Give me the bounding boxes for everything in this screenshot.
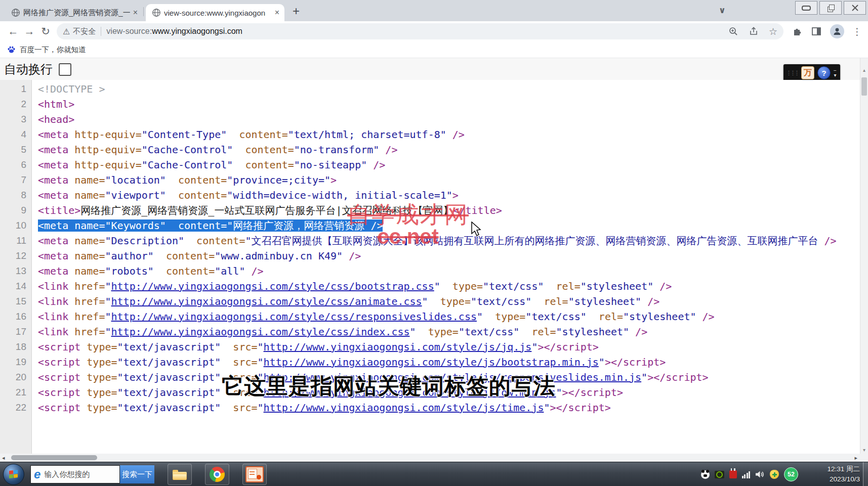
source-link[interactable]: http://www.yingxiaogongsi.com/style/js/b… xyxy=(264,356,599,368)
reload-button[interactable]: ↻ xyxy=(37,25,54,37)
antivirus-shield-icon[interactable] xyxy=(770,470,779,479)
start-button[interactable] xyxy=(3,464,24,485)
source-token: " xyxy=(422,295,428,307)
horizontal-scrollbar[interactable]: ◂ ▸ xyxy=(0,454,860,462)
source-link[interactable]: http://www.yingxiaogongsi.com/style/css/… xyxy=(111,295,422,307)
source-token: http-equiv= xyxy=(74,128,141,141)
source-token: <script xyxy=(38,356,87,368)
line-code: <meta name="robots" content="all" /> xyxy=(32,263,860,279)
search-button[interactable]: 搜索一下 xyxy=(120,465,154,483)
zoom-icon[interactable] xyxy=(728,26,738,36)
help-icon[interactable]: ? xyxy=(817,66,831,79)
source-token: "stylesheet" xyxy=(623,311,696,323)
panda-tray-icon[interactable] xyxy=(701,470,710,479)
scroll-up-arrow-icon[interactable]: ▴ xyxy=(860,67,868,73)
back-button[interactable]: ← xyxy=(5,25,21,37)
source-token xyxy=(154,250,166,262)
source-token: rel= xyxy=(556,280,581,292)
minimize-button[interactable] xyxy=(795,1,817,15)
extensions-puzzle-icon[interactable] xyxy=(792,26,803,37)
restore-button[interactable] xyxy=(819,1,842,15)
taskbar-explorer-button[interactable] xyxy=(168,464,192,485)
show-desktop-button[interactable] xyxy=(863,462,868,486)
tab-close-icon[interactable]: × xyxy=(133,9,138,17)
forward-button[interactable]: → xyxy=(21,25,37,37)
share-icon[interactable] xyxy=(749,26,759,36)
address-bar[interactable]: ⚠ 不安全 view-source: www.yingxiaogongsi.co… xyxy=(57,23,783,39)
url-scheme: view-source: xyxy=(106,27,152,36)
drag-grip-icon[interactable]: ⋮⋮⋮ xyxy=(786,70,798,75)
line-code: <script type="text/javascript" src="http… xyxy=(32,355,860,370)
source-token: rel= xyxy=(531,326,556,338)
source-token: " xyxy=(556,386,562,399)
chevron-down-icon[interactable]: ▾ xyxy=(834,73,836,77)
source-token xyxy=(166,174,178,186)
source-link[interactable]: http://www.yingxiaogongsi.com/style/css/… xyxy=(111,280,434,292)
source-line-18: 18<script type="text/javascript" src="ht… xyxy=(0,339,860,355)
side-panel-icon[interactable] xyxy=(811,26,822,37)
line-code: <meta name="viewport" content="width=dev… xyxy=(32,188,860,203)
system-tray: 52 xyxy=(701,462,799,486)
line-code: <head> xyxy=(32,112,860,127)
new-tab-button[interactable]: + xyxy=(293,4,300,18)
source-token: ></script> xyxy=(538,341,598,353)
source-link[interactable]: http://www.yingxiaogongsi.com/style/css/… xyxy=(111,311,477,323)
tab-search-chevron-icon[interactable]: ∨ xyxy=(719,5,726,16)
source-token xyxy=(531,295,544,307)
taskbar-clock[interactable]: 12:31 周二 2023/10/3 xyxy=(827,464,860,484)
source-token: " xyxy=(477,311,483,323)
bookmark-baidu[interactable]: 百度一下，你就知道 xyxy=(20,45,86,55)
temperature-badge[interactable]: 52 xyxy=(784,467,798,481)
source-token: "author" xyxy=(105,250,153,262)
source-link[interactable]: http://www.yingxiaogongsi.com/style/js/j… xyxy=(264,341,532,353)
source-link[interactable]: http://www.yingxiaogongsi.com/style/css/… xyxy=(111,326,410,338)
scroll-down-arrow-icon[interactable]: ▾ xyxy=(860,447,868,453)
wan-app-icon[interactable]: 万 xyxy=(801,66,814,79)
source-token: href= xyxy=(74,311,105,323)
line-wrap-row: 自动换行 xyxy=(0,58,868,81)
line-number: 20 xyxy=(0,370,32,385)
taskbar-powerpoint-button[interactable] xyxy=(242,464,267,485)
recorder-collapse-controls[interactable]: − ▾ xyxy=(834,68,837,77)
source-link[interactable]: http://www.yingxiaogongsi.com/style/js/t… xyxy=(264,402,544,414)
tab-homepage[interactable]: 网络推广资源_网络营销资源_一 × xyxy=(5,4,143,21)
taskbar-search-box[interactable]: e 输入你想搜的 xyxy=(30,465,120,483)
vertical-scrollbar[interactable]: ▴ ▾ xyxy=(860,58,868,454)
source-token xyxy=(587,311,599,323)
power-plug-tray-icon[interactable] xyxy=(729,470,737,478)
line-number: 6 xyxy=(0,157,32,172)
browser-toolbar: ← → ↻ ⚠ 不安全 view-source: www.yingxiaogon… xyxy=(0,21,868,41)
source-token: /> xyxy=(641,295,659,307)
browser-menu-icon[interactable]: ⋮ xyxy=(852,26,862,37)
horizontal-scroll-thumb[interactable] xyxy=(11,455,97,460)
tab-close-icon[interactable]: × xyxy=(275,9,279,17)
volume-speaker-icon[interactable] xyxy=(755,470,765,478)
source-token: type= xyxy=(452,280,483,292)
source-token: <script xyxy=(38,402,87,414)
source-token: "width=device-width, initial-scale=1" xyxy=(227,189,452,201)
line-code: <script type="text/javascript" src="http… xyxy=(32,400,860,415)
line-number: 12 xyxy=(0,248,32,263)
source-line-4: 4<meta http-equiv="Content-Type" content… xyxy=(0,127,860,142)
profile-avatar[interactable] xyxy=(830,24,844,38)
close-window-button[interactable] xyxy=(844,1,866,15)
network-signal-icon[interactable] xyxy=(742,471,751,478)
source-token: "text/css" xyxy=(525,311,586,323)
source-token: " xyxy=(410,326,416,338)
line-wrap-checkbox[interactable] xyxy=(59,63,71,76)
source-token: content= xyxy=(178,174,227,186)
source-line-16: 16<link href="http://www.yingxiaogongsi.… xyxy=(0,309,860,324)
security-label[interactable]: 不安全 xyxy=(73,27,96,36)
line-number: 13 xyxy=(0,263,32,279)
bookmark-star-icon[interactable]: ☆ xyxy=(769,26,777,37)
scroll-right-arrow-icon[interactable]: ▸ xyxy=(854,455,857,461)
not-secure-warning-icon: ⚠ xyxy=(63,27,70,36)
scroll-left-arrow-icon[interactable]: ◂ xyxy=(2,455,5,461)
taskbar-chrome-button[interactable] xyxy=(205,464,229,485)
ie-icon: e xyxy=(34,467,40,481)
source-token: ></script> xyxy=(550,402,611,414)
tab-view-source[interactable]: view-source:www.yingxiaogon × xyxy=(146,4,284,21)
source-token: " xyxy=(105,311,111,323)
nvidia-tray-icon[interactable] xyxy=(715,471,724,478)
vertical-scroll-thumb[interactable] xyxy=(861,77,867,96)
